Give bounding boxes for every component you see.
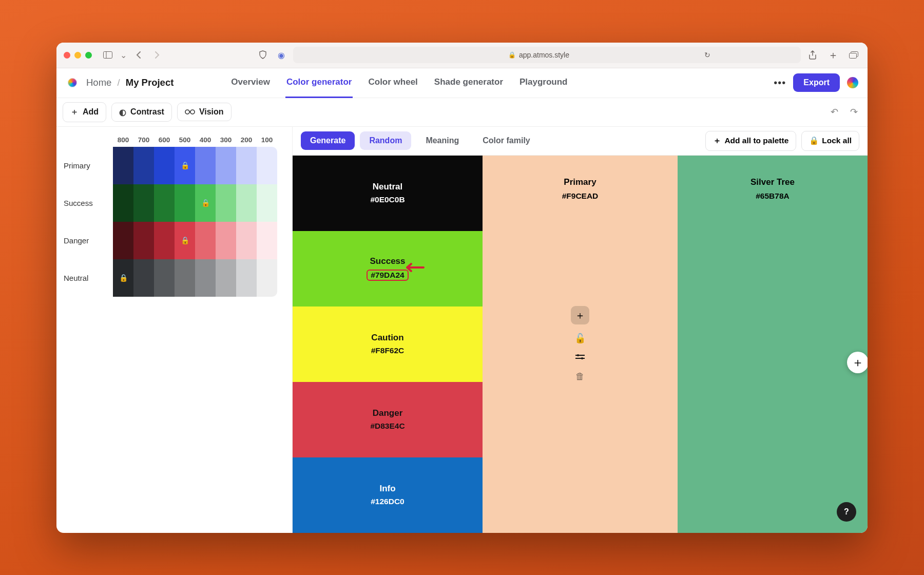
tab-group-chevron-icon[interactable]: ⌄: [120, 48, 127, 62]
safari-window: ⌄ ◉ 🔒 app.atmos.style ↻ ＋: [56, 43, 868, 533]
shade-header: 800700600500400300200100: [56, 136, 292, 144]
swatch[interactable]: 🔒: [113, 259, 133, 297]
minimize-window-button[interactable]: [74, 52, 81, 59]
forward-button[interactable]: [150, 48, 164, 62]
app-logo[interactable]: [66, 76, 79, 89]
plus-icon: ＋: [70, 107, 79, 118]
help-button[interactable]: ?: [837, 502, 856, 522]
tab-overview[interactable]: Overview: [230, 68, 271, 98]
swatch[interactable]: [195, 147, 216, 184]
zoom-window-button[interactable]: [85, 52, 92, 59]
swatch[interactable]: [175, 259, 195, 297]
swatch[interactable]: [133, 184, 154, 222]
color-slab[interactable]: Info#126DC0: [293, 457, 483, 533]
swatch[interactable]: [195, 259, 216, 297]
extensions-icon[interactable]: ◉: [275, 48, 288, 62]
swatch[interactable]: [236, 147, 257, 184]
column-tools: ＋🔓🗑: [571, 306, 589, 382]
breadcrumb-project[interactable]: My Project: [126, 77, 174, 88]
swatch[interactable]: [195, 222, 216, 259]
swatch[interactable]: [236, 259, 257, 297]
swatch[interactable]: [113, 222, 133, 259]
swatch[interactable]: [236, 222, 257, 259]
svg-rect-0: [104, 52, 112, 59]
adjust-button[interactable]: [575, 352, 585, 363]
vision-button[interactable]: Vision: [177, 103, 232, 121]
swatch[interactable]: [154, 184, 175, 222]
reload-button[interactable]: ↻: [701, 48, 714, 62]
swatch[interactable]: [154, 147, 175, 184]
swatch[interactable]: [133, 147, 154, 184]
shade-label: 500: [175, 136, 195, 144]
swatch[interactable]: [113, 184, 133, 222]
generate-button[interactable]: Generate: [301, 131, 355, 150]
swatch[interactable]: [216, 259, 236, 297]
more-menu-button[interactable]: •••: [774, 77, 786, 89]
add-button[interactable]: ＋Add: [63, 102, 106, 122]
share-button[interactable]: [806, 48, 819, 62]
redo-button[interactable]: ↷: [846, 104, 861, 120]
swatch[interactable]: [257, 147, 277, 184]
swatch[interactable]: [257, 222, 277, 259]
tab-playground[interactable]: Playground: [518, 68, 569, 98]
back-button[interactable]: [132, 48, 145, 62]
tab-color-wheel[interactable]: Color wheel: [367, 68, 418, 98]
swatch[interactable]: 🔒: [175, 222, 195, 259]
delete-button[interactable]: 🗑: [575, 371, 585, 382]
swatch[interactable]: 🔒: [195, 184, 216, 222]
swatch[interactable]: [133, 259, 154, 297]
add-label: Add: [83, 107, 99, 117]
swatch[interactable]: [257, 184, 277, 222]
swatch[interactable]: [113, 147, 133, 184]
meaning-filter[interactable]: Meaning: [416, 131, 468, 150]
contrast-button[interactable]: ◐Contrast: [111, 103, 172, 122]
tab-shade-generator[interactable]: Shade generator: [433, 68, 504, 98]
color-family-filter[interactable]: Color family: [473, 131, 539, 150]
plus-icon: ＋: [713, 136, 721, 146]
swatch[interactable]: [216, 184, 236, 222]
swatch[interactable]: [154, 259, 175, 297]
shade-label: 100: [257, 136, 277, 144]
swatch[interactable]: [175, 184, 195, 222]
slab-name: Success: [370, 256, 406, 266]
shade-row-label: Danger: [56, 236, 113, 245]
lock-all-button[interactable]: 🔒Lock all: [801, 131, 859, 151]
color-column-silver-tree[interactable]: Silver Tree#65B78A ＋: [678, 156, 868, 533]
color-slab[interactable]: Success#79DA24: [293, 231, 483, 306]
export-button[interactable]: Export: [793, 73, 840, 92]
url-bar[interactable]: 🔒 app.atmos.style ↻: [293, 47, 801, 63]
swatch[interactable]: [154, 222, 175, 259]
tab-overview-button[interactable]: [847, 48, 860, 62]
palette-sidebar: 800700600500400300200100 Primary🔒Success…: [56, 127, 293, 533]
swatch[interactable]: [133, 222, 154, 259]
url-host: app.atmos.style: [519, 51, 569, 59]
slab-hex: #F8F62C: [371, 346, 405, 355]
shade-row: Success🔒: [56, 184, 292, 222]
swatch[interactable]: [257, 259, 277, 297]
random-filter[interactable]: Random: [360, 131, 411, 150]
slab-hex: #0E0C0B: [370, 195, 405, 204]
breadcrumb-home[interactable]: Home: [86, 77, 111, 88]
swatch[interactable]: [216, 147, 236, 184]
undo-button[interactable]: ↶: [826, 104, 842, 120]
swatch[interactable]: 🔒: [175, 147, 195, 184]
close-window-button[interactable]: [64, 52, 70, 59]
color-slab[interactable]: Caution#F8F62C: [293, 306, 483, 382]
column-name: Primary: [564, 177, 596, 187]
contrast-label: Contrast: [130, 107, 164, 117]
color-slab[interactable]: Neutral#0E0C0B: [293, 156, 483, 231]
add-all-button[interactable]: ＋Add all to palette: [705, 131, 796, 151]
shade-label: 200: [236, 136, 257, 144]
swatch[interactable]: [236, 184, 257, 222]
new-tab-button[interactable]: ＋: [826, 48, 840, 62]
privacy-report-icon[interactable]: [256, 48, 270, 62]
add-to-palette-button[interactable]: ＋: [571, 306, 589, 324]
swatch[interactable]: [216, 222, 236, 259]
sidebar-toggle-button[interactable]: [101, 48, 114, 62]
color-slab[interactable]: Danger#D83E4C: [293, 382, 483, 457]
unlock-button[interactable]: 🔓: [574, 333, 586, 344]
color-column-primary[interactable]: Primary#F9CEAD＋🔓🗑: [483, 156, 678, 533]
add-column-button[interactable]: ＋: [847, 352, 868, 373]
tab-color-generator[interactable]: Color generator: [285, 68, 353, 98]
user-avatar[interactable]: [847, 77, 858, 88]
